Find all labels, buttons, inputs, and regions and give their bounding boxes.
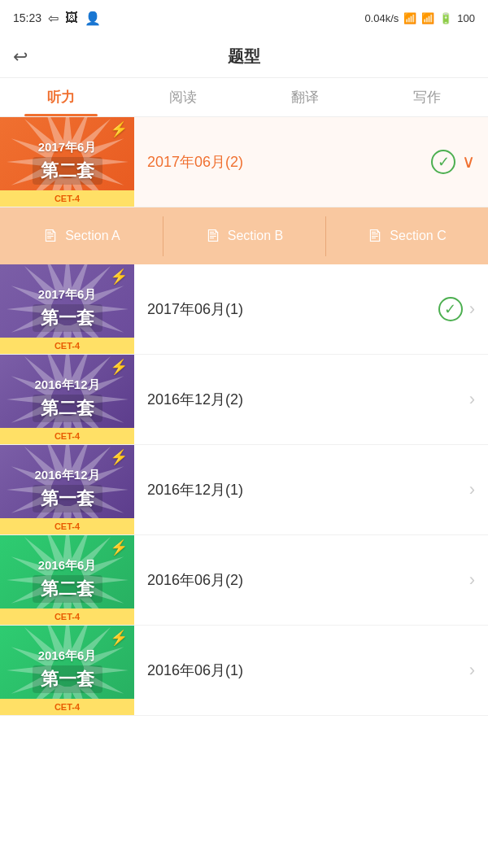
item-right: › — [469, 660, 488, 681]
lightning-icon: ⚡ — [110, 448, 128, 466]
check-icon: ✓ — [438, 297, 463, 321]
item-right: › — [469, 569, 488, 591]
thumb-year: 2016年6月 — [38, 558, 97, 574]
tab-reading[interactable]: 阅读 — [122, 78, 244, 116]
thumb-year: 2017年6月 — [38, 140, 97, 155]
sections-row: 🖹 Section A 🖹 Section B 🖹 Section C — [0, 207, 488, 264]
item-content: 2017年06月(2) — [134, 152, 431, 172]
image-icon: 🖼 — [65, 11, 78, 25]
exam-thumbnail: ⚡ 2017年6月 第二套 CET-4 — [0, 117, 134, 207]
list-item[interactable]: ⚡ 2016年6月 第一套 CET-4 2016年06月(1) › — [0, 626, 488, 716]
thumb-set: 第一套 — [33, 665, 102, 693]
item-title: 2016年12月(2) — [147, 390, 243, 409]
tab-writing[interactable]: 写作 — [366, 78, 488, 116]
user-icon: 👤 — [85, 11, 101, 26]
thumb-year: 2016年6月 — [38, 648, 97, 664]
lightning-icon: ⚡ — [110, 539, 128, 556]
list-item[interactable]: ⚡ 2016年12月 第一套 CET-4 2016年12月(1) › — [0, 445, 488, 535]
header: ↩ 题型 — [0, 36, 488, 78]
section-b-label: Section B — [228, 229, 283, 243]
signal-icon: 📶 — [421, 12, 434, 24]
exam-thumbnail: ⚡ 2016年12月 第二套 CET-4 — [0, 355, 134, 444]
thumb-set: 第一套 — [33, 304, 102, 332]
page-title: 题型 — [228, 46, 260, 68]
item-title: 2016年12月(1) — [147, 480, 243, 499]
status-left: 15:23 ⇦ 🖼 👤 — [13, 11, 101, 26]
list-item[interactable]: ⚡ 2017年6月 第二套 CET-4 2017年06月(2) ✓ ∨ — [0, 117, 488, 207]
exam-thumbnail: ⚡ 2016年12月 第一套 CET-4 — [0, 445, 134, 534]
section-doc-icon: 🖹 — [205, 227, 221, 246]
chevron-right-icon: › — [469, 479, 475, 500]
lightning-icon: ⚡ — [110, 358, 128, 376]
chevron-right-icon: › — [469, 389, 475, 410]
chevron-right-icon: › — [469, 569, 475, 591]
item-title: 2016年06月(1) — [147, 661, 243, 680]
wifi-icon: 📶 — [403, 12, 416, 24]
back-icon: ⇦ — [48, 11, 59, 26]
back-button[interactable]: ↩ — [13, 46, 28, 68]
chevron-down-icon: ∨ — [462, 151, 475, 172]
item-content: 2016年06月(1) — [134, 661, 469, 680]
exam-thumbnail: ⚡ 2016年6月 第一套 CET-4 — [0, 626, 134, 715]
thumb-set: 第一套 — [33, 485, 102, 513]
status-bar: 15:23 ⇦ 🖼 👤 0.04k/s 📶 📶 🔋 100 — [0, 0, 488, 36]
tab-listening[interactable]: 听力 — [0, 78, 122, 116]
thumb-set: 第二套 — [33, 157, 102, 185]
item-title: 2016年06月(2) — [147, 570, 243, 590]
list-item[interactable]: ⚡ 2017年6月 第一套 CET-4 2017年06月(1) ✓ › — [0, 264, 488, 355]
exam-thumbnail: ⚡ 2017年6月 第一套 CET-4 — [0, 264, 134, 354]
lightning-icon: ⚡ — [110, 120, 128, 138]
section-c[interactable]: 🖹 Section C — [325, 207, 488, 264]
section-c-label: Section C — [390, 229, 446, 243]
exam-list: ⚡ 2017年6月 第二套 CET-4 2017年06月(2) ✓ ∨ 🖹 Se… — [0, 117, 488, 716]
battery-level: 100 — [457, 12, 475, 24]
section-doc-icon: 🖹 — [367, 227, 383, 246]
check-icon: ✓ — [431, 150, 455, 174]
lightning-icon: ⚡ — [110, 268, 128, 286]
list-item[interactable]: ⚡ 2016年6月 第二套 CET-4 2016年06月(2) › — [0, 535, 488, 626]
thumb-year: 2017年6月 — [38, 287, 97, 303]
section-a[interactable]: 🖹 Section A — [0, 207, 163, 264]
section-doc-icon: 🖹 — [42, 227, 59, 246]
status-right: 0.04k/s 📶 📶 🔋 100 — [364, 12, 475, 24]
item-content: 2016年12月(1) — [134, 480, 469, 499]
item-right: ✓ › — [438, 297, 488, 321]
item-content: 2016年06月(2) — [134, 570, 469, 590]
item-title: 2017年06月(1) — [147, 299, 243, 319]
section-b[interactable]: 🖹 Section B — [163, 207, 325, 264]
item-right: ✓ ∨ — [431, 150, 488, 174]
thumb-year: 2016年12月 — [34, 468, 99, 483]
section-a-label: Section A — [65, 229, 120, 243]
item-title: 2017年06月(2) — [147, 152, 243, 172]
chevron-right-icon: › — [469, 660, 475, 681]
thumb-set: 第二套 — [33, 575, 102, 603]
tab-translation[interactable]: 翻译 — [244, 78, 366, 116]
lightning-icon: ⚡ — [110, 629, 128, 647]
list-item[interactable]: ⚡ 2016年12月 第二套 CET-4 2016年12月(2) › — [0, 355, 488, 445]
battery-icon: 🔋 — [439, 12, 452, 24]
exam-thumbnail: ⚡ 2016年6月 第二套 CET-4 — [0, 535, 134, 625]
item-content: 2017年06月(1) — [134, 299, 438, 319]
thumb-set: 第二套 — [33, 395, 102, 422]
item-right: › — [469, 389, 488, 410]
item-content: 2016年12月(2) — [134, 390, 469, 409]
chevron-right-icon: › — [469, 299, 475, 320]
network-speed: 0.04k/s — [364, 12, 399, 24]
status-time: 15:23 — [13, 11, 41, 24]
thumb-year: 2016年12月 — [34, 377, 99, 393]
tab-bar: 听力 阅读 翻译 写作 — [0, 78, 488, 117]
item-right: › — [469, 479, 488, 500]
